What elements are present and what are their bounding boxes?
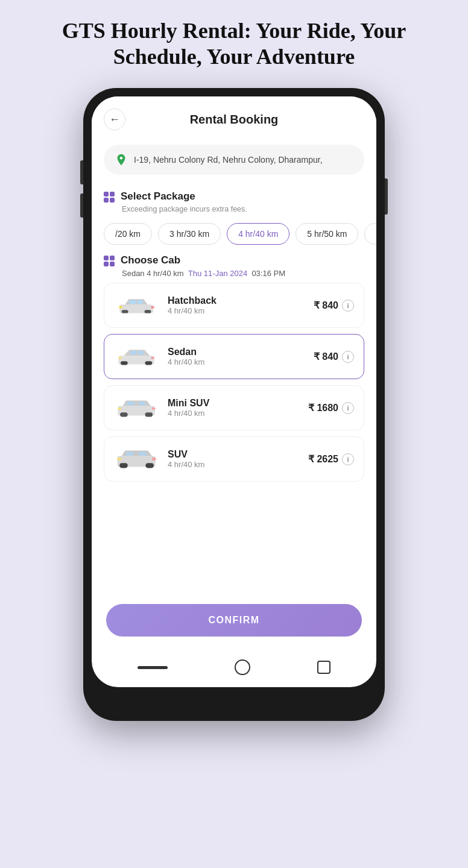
package-section-title: Select Package (121, 190, 195, 203)
package-item-1[interactable]: 3 hr/30 km (158, 223, 221, 245)
svg-rect-10 (145, 361, 152, 365)
minisuv-image (114, 394, 159, 421)
hatchback-info: Hatchback 4 hr/40 km (168, 295, 305, 315)
suv-pkg: 4 hr/40 km (168, 460, 300, 469)
svg-rect-19 (138, 401, 145, 405)
svg-rect-3 (144, 310, 151, 313)
svg-rect-4 (129, 300, 136, 304)
phone-shell: ← Rental Booking I-19, Nehru Colony Rd, … (83, 88, 385, 721)
sedan-car-icon (115, 344, 159, 370)
minisuv-info: Mini SUV 4 hr/40 km (168, 398, 300, 418)
choose-cab-section: Choose Cab Sedan 4 hr/40 km Thu 11-Jan 2… (92, 251, 376, 486)
back-arrow-icon: ← (109, 114, 120, 125)
hatchback-car-icon (115, 293, 159, 318)
svg-rect-12 (138, 351, 143, 354)
svg-rect-21 (152, 407, 155, 410)
svg-point-0 (120, 157, 123, 160)
sedan-image (114, 343, 159, 370)
minisuv-info-icon[interactable]: i (342, 402, 354, 414)
power-button (385, 178, 388, 215)
cab-section-title: Choose Cab (121, 254, 180, 266)
page-title: Rental Booking (125, 113, 343, 127)
svg-rect-11 (130, 351, 136, 354)
cab-card-sedan[interactable]: Sedan 4 hr/40 km ₹ 840 i (104, 334, 364, 379)
minisuv-price: ₹ 1680 i (308, 402, 354, 414)
svg-rect-16 (120, 412, 128, 417)
back-nav-icon[interactable] (235, 659, 250, 675)
cab-cards: Hatchback 4 hr/40 km ₹ 840 i (104, 283, 364, 482)
sedan-name: Sedan (168, 347, 305, 357)
svg-rect-28 (152, 458, 156, 461)
location-section: I-19, Nehru Colony Rd, Nehru Colony, Dha… (92, 139, 376, 184)
bottom-navigation (92, 653, 376, 687)
package-item-4[interactable]: 6 hr/60 km (364, 223, 376, 245)
cab-card-minisuv[interactable]: Mini SUV 4 hr/40 km ₹ 1680 i (104, 385, 364, 430)
package-item-2[interactable]: 4 hr/40 km (227, 223, 289, 245)
minisuv-name: Mini SUV (168, 398, 300, 409)
svg-rect-26 (139, 451, 146, 455)
packages-scroll[interactable]: /20 km 3 hr/30 km 4 hr/40 km 5 hr/50 km … (92, 217, 376, 251)
phone-screen: ← Rental Booking I-19, Nehru Colony Rd, … (92, 96, 376, 687)
svg-rect-6 (119, 306, 122, 309)
hatchback-price: ₹ 840 i (314, 300, 354, 312)
svg-rect-27 (117, 458, 121, 461)
hatchback-price-value: ₹ 840 (314, 300, 338, 311)
svg-rect-18 (127, 401, 134, 405)
recents-nav-icon[interactable] (317, 661, 330, 674)
sedan-info-icon[interactable]: i (342, 351, 354, 363)
minisuv-car-icon (115, 395, 159, 421)
package-item-0[interactable]: /20 km (104, 223, 152, 245)
hatchback-image (114, 292, 159, 319)
svg-rect-17 (145, 412, 153, 417)
location-input[interactable]: I-19, Nehru Colony Rd, Nehru Colony, Dha… (104, 145, 364, 175)
choose-cab-header: Choose Cab (104, 254, 364, 266)
suv-info-icon[interactable]: i (342, 453, 354, 465)
minisuv-pkg: 4 hr/40 km (168, 409, 300, 418)
sedan-info: Sedan 4 hr/40 km (168, 347, 305, 366)
cab-card-hatchback[interactable]: Hatchback 4 hr/40 km ₹ 840 i (104, 283, 364, 328)
location-pin-icon (115, 153, 128, 166)
svg-rect-25 (126, 451, 134, 455)
cab-meta-time: 03:16 PM (251, 269, 285, 278)
svg-rect-24 (145, 463, 154, 468)
package-header: Select Package (104, 190, 364, 203)
suv-image (114, 445, 159, 473)
hatchback-pkg: 4 hr/40 km (168, 306, 305, 315)
app-header: ← Rental Booking (92, 96, 376, 139)
location-text: I-19, Nehru Colony Rd, Nehru Colony, Dha… (134, 155, 323, 165)
cab-meta: Sedan 4 hr/40 km Thu 11-Jan 2024 03:16 P… (122, 269, 364, 278)
package-section: Select Package Exceeding package incurs … (92, 184, 376, 217)
svg-rect-9 (121, 361, 128, 365)
confirm-button[interactable]: CONFIRM (106, 604, 362, 637)
package-item-3[interactable]: 5 hr/50 km (296, 223, 358, 245)
suv-info: SUV 4 hr/40 km (168, 449, 300, 469)
sedan-pkg: 4 hr/40 km (168, 357, 305, 366)
page-headline: GTS Hourly Rental: Your Ride, Your Sched… (53, 18, 415, 70)
cab-meta-type: Sedan 4 hr/40 km (122, 269, 184, 278)
sedan-price: ₹ 840 i (314, 351, 354, 363)
back-button[interactable]: ← (104, 108, 125, 130)
svg-rect-7 (151, 306, 154, 309)
confirm-section: CONFIRM (92, 594, 376, 653)
package-subtitle: Exceeding package incurs extra fees. (122, 205, 364, 213)
hatchback-name: Hatchback (168, 295, 305, 306)
svg-rect-5 (137, 300, 142, 304)
suv-name: SUV (168, 449, 300, 460)
suv-price-value: ₹ 2625 (308, 453, 338, 465)
svg-rect-20 (118, 407, 121, 410)
svg-rect-13 (118, 357, 121, 359)
cab-meta-date: Thu 11-Jan 2024 (188, 269, 247, 278)
hatchback-info-icon[interactable]: i (342, 300, 354, 312)
cab-card-suv[interactable]: SUV 4 hr/40 km ₹ 2625 i (104, 436, 364, 482)
minisuv-price-value: ₹ 1680 (308, 402, 338, 414)
sedan-price-value: ₹ 840 (314, 351, 338, 362)
svg-rect-23 (119, 463, 128, 468)
suv-car-icon (115, 447, 159, 472)
suv-price: ₹ 2625 i (308, 453, 354, 465)
svg-rect-2 (121, 310, 128, 313)
volume-up-button (80, 160, 83, 184)
volume-down-button (80, 193, 83, 218)
cab-section-icon (104, 256, 115, 266)
home-indicator (138, 666, 168, 669)
package-section-icon (104, 192, 115, 203)
